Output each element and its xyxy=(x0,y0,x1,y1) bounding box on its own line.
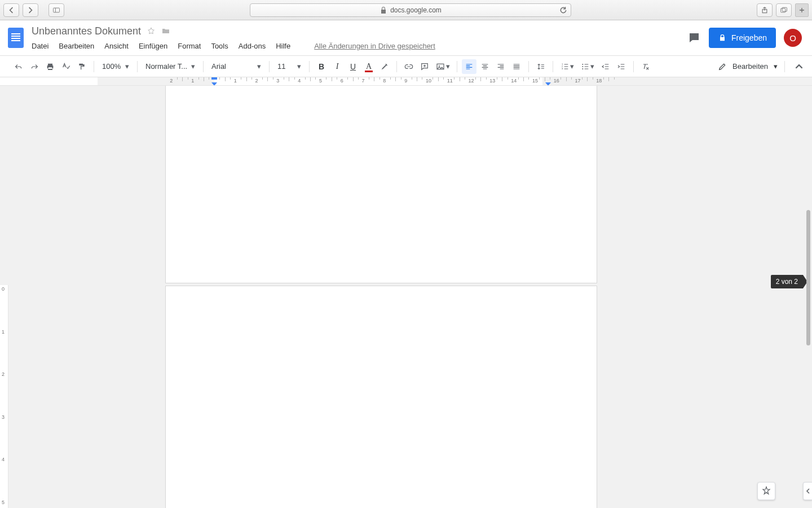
menu-edit[interactable]: Bearbeiten xyxy=(59,42,94,50)
ruler-tick: 4 xyxy=(2,457,5,462)
editing-mode-label: Bearbeiten xyxy=(732,62,768,71)
bulleted-list-button[interactable]: ▾ xyxy=(578,59,597,74)
line-spacing-button[interactable] xyxy=(533,59,548,74)
align-justify-button[interactable] xyxy=(509,59,524,74)
svg-rect-3 xyxy=(780,8,785,12)
docs-logo[interactable] xyxy=(0,20,32,55)
add-comment-button[interactable] xyxy=(417,59,432,74)
font-size-select[interactable]: 11 ▾ xyxy=(274,59,304,74)
ruler-tick: 16 xyxy=(554,77,559,83)
italic-button[interactable]: I xyxy=(330,59,345,74)
numbered-list-button[interactable]: 123 ▾ xyxy=(558,59,577,74)
save-status[interactable]: Alle Änderungen in Drive gespeichert xyxy=(314,42,435,50)
document-canvas[interactable] xyxy=(8,86,812,508)
increase-indent-button[interactable] xyxy=(614,59,629,74)
reload-icon[interactable] xyxy=(559,6,567,14)
svg-rect-4 xyxy=(782,7,787,11)
insert-image-button[interactable]: ▾ xyxy=(433,59,452,74)
paint-format-button[interactable] xyxy=(74,59,89,74)
ruler-tick: 5 xyxy=(319,77,322,83)
ruler-tick: 15 xyxy=(532,77,538,83)
tabs-overview-button[interactable] xyxy=(776,3,792,17)
font-family-select[interactable]: Arial ▾ xyxy=(208,59,264,74)
ruler-tick: 9 xyxy=(404,77,407,83)
ruler-tick: 17 xyxy=(575,77,581,83)
menu-addons[interactable]: Add-ons xyxy=(239,42,266,50)
nav-back-button[interactable] xyxy=(3,3,19,17)
docs-logo-icon xyxy=(8,28,24,48)
editing-mode-select[interactable]: Bearbeiten ▾ xyxy=(718,62,778,71)
first-line-indent-marker[interactable] xyxy=(211,77,217,80)
ruler-tick: 13 xyxy=(489,77,495,83)
horizontal-ruler[interactable]: 21123456789101112131415161718 xyxy=(0,77,812,86)
ruler-tick: 1 xyxy=(191,77,194,83)
formatting-toolbar: 100% ▾ Normaler T... ▾ Arial ▾ 11 ▾ B I … xyxy=(0,56,812,77)
highlight-color-button[interactable] xyxy=(377,59,392,74)
ruler-tick: 2 xyxy=(170,77,173,83)
lock-icon xyxy=(718,33,727,42)
share-safari-button[interactable] xyxy=(757,3,773,17)
menu-insert[interactable]: Einfügen xyxy=(139,42,167,50)
open-comments-button[interactable] xyxy=(687,31,701,45)
document-workspace: 0123456789 2 von 2 xyxy=(0,86,812,508)
print-button[interactable] xyxy=(43,59,58,74)
underline-button[interactable]: U xyxy=(346,59,360,74)
align-center-button[interactable] xyxy=(478,59,492,74)
share-button[interactable]: Freigeben xyxy=(709,28,776,48)
zoom-select[interactable]: 100% ▾ xyxy=(99,59,133,74)
ruler-tick: 6 xyxy=(341,77,343,83)
insert-link-button[interactable] xyxy=(401,59,416,74)
decrease-indent-button[interactable] xyxy=(598,59,613,74)
text-color-button[interactable]: A xyxy=(361,59,376,74)
align-right-button[interactable] xyxy=(493,59,508,74)
separator xyxy=(269,61,270,72)
separator xyxy=(309,61,310,72)
paragraph-style-select[interactable]: Normaler T... ▾ xyxy=(142,59,198,74)
docs-header: Unbenanntes Dokument Datei Bearbeiten An… xyxy=(0,20,812,56)
star-icon[interactable] xyxy=(147,27,156,36)
ruler-tick: 3 xyxy=(2,414,5,420)
address-bar[interactable]: docs.google.com xyxy=(250,3,571,17)
separator xyxy=(457,61,457,72)
ruler-tick: 1 xyxy=(2,329,5,335)
redo-button[interactable] xyxy=(27,59,42,74)
move-to-folder-icon[interactable] xyxy=(161,27,170,36)
address-text: docs.google.com xyxy=(390,6,442,14)
page-2[interactable] xyxy=(165,286,597,508)
svg-point-10 xyxy=(582,64,583,65)
vertical-scrollbar-thumb[interactable] xyxy=(806,210,810,345)
undo-button[interactable] xyxy=(11,59,26,74)
document-title[interactable]: Unbenanntes Dokument xyxy=(32,25,141,37)
pencil-icon xyxy=(718,62,727,71)
zoom-value: 100% xyxy=(102,62,121,71)
spellcheck-button[interactable] xyxy=(59,59,73,74)
clear-formatting-button[interactable] xyxy=(638,59,653,74)
menu-help[interactable]: Hilfe xyxy=(276,42,290,50)
ruler-tick: 8 xyxy=(383,77,386,83)
side-panel-toggle[interactable] xyxy=(803,482,812,500)
collapse-toolbar-button[interactable] xyxy=(792,59,806,74)
align-left-button[interactable] xyxy=(462,59,476,74)
menu-tools[interactable]: Tools xyxy=(211,42,228,50)
sidebar-toggle-button[interactable] xyxy=(48,3,64,17)
text-color-swatch xyxy=(365,71,373,72)
vertical-ruler[interactable]: 0123456789 xyxy=(0,285,8,508)
new-tab-button[interactable] xyxy=(795,3,809,17)
bold-button[interactable]: B xyxy=(314,59,329,74)
separator xyxy=(94,61,94,72)
svg-rect-0 xyxy=(53,8,59,12)
ruler-tick: 12 xyxy=(469,77,474,83)
ruler-tick: 0 xyxy=(2,286,5,292)
ruler-tick: 3 xyxy=(276,77,279,83)
explore-button[interactable] xyxy=(757,482,775,500)
menu-format[interactable]: Format xyxy=(178,42,201,50)
ruler-tick: 5 xyxy=(2,500,5,505)
menu-file[interactable]: Datei xyxy=(32,42,48,50)
page-1[interactable] xyxy=(165,86,597,283)
menu-bar: Datei Bearbeiten Ansicht Einfügen Format… xyxy=(32,39,682,52)
menu-view[interactable]: Ansicht xyxy=(104,42,129,50)
page-indicator-text: 2 von 2 xyxy=(776,278,798,286)
nav-forward-button[interactable] xyxy=(23,3,38,17)
account-avatar[interactable]: O xyxy=(784,29,802,47)
separator xyxy=(203,61,204,72)
